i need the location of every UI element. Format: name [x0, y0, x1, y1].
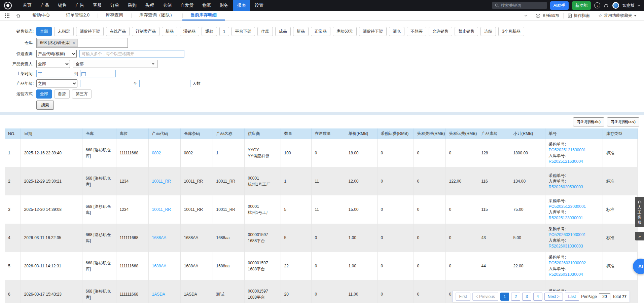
sales-status-option-5[interactable]: 新品	[162, 27, 177, 36]
nav-item-4[interactable]: 客服	[88, 0, 106, 11]
avatar[interactable]	[612, 2, 619, 9]
tab-1[interactable]: 订单管理2.0	[58, 11, 98, 21]
favorites-button[interactable]: ☆ 常用功能收藏夹	[594, 13, 641, 18]
search-button[interactable]: 搜索	[36, 101, 54, 110]
sales-status-option-21[interactable]: 3个月新品	[498, 27, 524, 36]
previous-page-button[interactable]: < Previous	[472, 293, 498, 301]
sales-status-option-11[interactable]: 成品	[275, 27, 291, 36]
age-max-input[interactable]	[139, 80, 190, 87]
age-mode-select[interactable]: 之间	[36, 79, 77, 87]
sales-status-option-19[interactable]: 禁止销售	[455, 27, 478, 36]
order-number-link[interactable]: PO52026031030002	[549, 260, 599, 266]
quick-query-input[interactable]	[79, 50, 184, 58]
page-button-1[interactable]: 2	[511, 293, 520, 301]
operation-mode-option-0[interactable]: 全部	[36, 89, 52, 99]
product-code-link[interactable]: 10011_RR	[152, 179, 171, 184]
nav-item-13[interactable]: 设置	[250, 0, 268, 11]
order-number-link[interactable]: PO52025123030001	[549, 204, 599, 210]
order-number-link[interactable]: PO52025121630001	[549, 147, 599, 153]
sales-status-option-1[interactable]: 未指定	[54, 27, 74, 36]
global-search-input[interactable]: 搜索关键词	[492, 2, 547, 9]
customer-service-panel[interactable]: 人工客服	[635, 197, 644, 227]
home-icon[interactable]	[16, 13, 21, 18]
operation-mode-option-1[interactable]: 自营	[54, 89, 70, 99]
next-page-button[interactable]: Next >	[544, 293, 563, 301]
age-min-input[interactable]	[80, 80, 131, 87]
warehouse-select[interactable]: 668 [洛杉矶仓库] ×	[36, 38, 128, 48]
nav-item-11[interactable]: 财务	[215, 0, 233, 11]
nav-item-10[interactable]: 物流	[198, 0, 215, 11]
nav-item-3[interactable]: 广告	[71, 0, 88, 11]
shelf-time-end-input[interactable]	[80, 70, 116, 77]
live-replay-button[interactable]: 直播/回放	[532, 13, 563, 18]
order-number-link[interactable]: R52026031030003	[549, 243, 599, 249]
tab-4[interactable]: 当前库存明细	[182, 11, 225, 21]
page-button-3[interactable]: 4	[533, 293, 542, 301]
quick-query-type-select[interactable]: 产品代码(模糊)	[36, 50, 77, 58]
operation-mode-option-2[interactable]: 第三方	[72, 89, 92, 99]
nav-item-1[interactable]: 产品	[36, 0, 53, 11]
sales-status-option-7[interactable]: 爆款	[202, 27, 217, 36]
sales-status-option-14[interactable]: 库龄60天	[333, 27, 357, 36]
tag-close-icon[interactable]: ×	[73, 41, 75, 45]
headset-icon[interactable]	[604, 3, 609, 8]
sales-status-option-8[interactable]: 1	[219, 27, 229, 36]
sales-status-option-6[interactable]: 滞销品	[180, 27, 199, 36]
version-label[interactable]: 如意版	[622, 3, 635, 8]
tab-2[interactable]: 库存查询	[98, 11, 131, 21]
order-number-link[interactable]: R52025123030001	[549, 215, 599, 221]
order-number-link[interactable]: PO52026031030001	[549, 232, 599, 238]
sales-status-option-2[interactable]: 清货待下架	[76, 27, 104, 36]
first-page-button[interactable]: First	[456, 293, 470, 301]
sales-status-option-0[interactable]: 全部	[36, 27, 52, 36]
export-xls-button[interactable]: 导出明细(xls)	[573, 117, 604, 126]
tab-3[interactable]: 库存查询（团队）	[131, 11, 182, 21]
version-chevron-down-icon[interactable]	[638, 3, 640, 6]
page-button-0[interactable]: 1	[500, 293, 509, 301]
page-numbers: 1234	[500, 293, 542, 301]
owner-team-select[interactable]: 全部	[73, 60, 157, 68]
page-button-2[interactable]: 3	[522, 293, 531, 301]
guide-button[interactable]: 操作指南	[563, 13, 594, 18]
per-page-input[interactable]	[599, 293, 610, 300]
nav-item-8[interactable]: 仓储	[158, 0, 176, 11]
sales-status-option-3[interactable]: 在线产品	[106, 27, 130, 36]
app-logo-icon[interactable]	[4, 2, 12, 9]
product-code-link[interactable]: 0802	[152, 151, 161, 155]
apps-grid-icon[interactable]	[5, 13, 9, 18]
product-code-link[interactable]: 10011_RR	[152, 207, 171, 212]
sales-status-option-17[interactable]: 不想买	[407, 27, 426, 36]
product-code-link[interactable]: 1ASDA	[152, 292, 165, 297]
product-code-link[interactable]: 1688AA	[152, 264, 167, 268]
order-number-link[interactable]: R52026020530003	[549, 184, 599, 190]
nav-item-2[interactable]: 销售	[53, 0, 71, 11]
sales-status-option-12[interactable]: 新品	[293, 27, 309, 36]
last-page-button[interactable]: Last	[565, 293, 579, 301]
nav-item-0[interactable]: 首页	[19, 0, 36, 11]
owner-select[interactable]: 全部	[36, 60, 70, 68]
ai-assistant-button[interactable]: AI助手	[550, 1, 569, 10]
order-number-link[interactable]: R52025121630004	[549, 159, 599, 164]
nav-item-5[interactable]: 订单	[106, 0, 123, 11]
service-expand-button[interactable]: »	[635, 232, 644, 240]
tab-0[interactable]: 帮助中心	[24, 11, 58, 21]
sales-status-option-15[interactable]: 清货待下架	[359, 27, 387, 36]
sales-status-option-16[interactable]: 清仓	[389, 27, 404, 36]
order-number-link[interactable]: R52026031030004	[549, 272, 599, 277]
sales-status-option-10[interactable]: 作废	[257, 27, 273, 36]
shelf-time-start-input[interactable]	[36, 70, 72, 77]
nav-item-12[interactable]: 报表	[233, 0, 250, 11]
sales-status-option-9[interactable]: 平台下架	[231, 27, 255, 36]
nav-item-7[interactable]: 头程	[141, 0, 158, 11]
download-icon[interactable]: ↓	[594, 2, 600, 8]
nav-item-9[interactable]: 自发货	[176, 0, 198, 11]
new-feature-button[interactable]: 新功能	[572, 1, 591, 10]
sales-status-option-18[interactable]: 允许销售	[429, 27, 452, 36]
sales-status-option-13[interactable]: 正常品	[311, 27, 330, 36]
product-code-link[interactable]: 1688AA	[152, 235, 167, 240]
sales-status-option-4[interactable]: 订制类产品	[132, 27, 159, 36]
tabs-collapse-chevron-down-icon[interactable]	[525, 15, 527, 16]
export-csv-button[interactable]: 导出明细(csv)	[607, 117, 639, 126]
nav-item-6[interactable]: 采购	[123, 0, 141, 11]
sales-status-option-20[interactable]: 冻结	[480, 27, 496, 36]
